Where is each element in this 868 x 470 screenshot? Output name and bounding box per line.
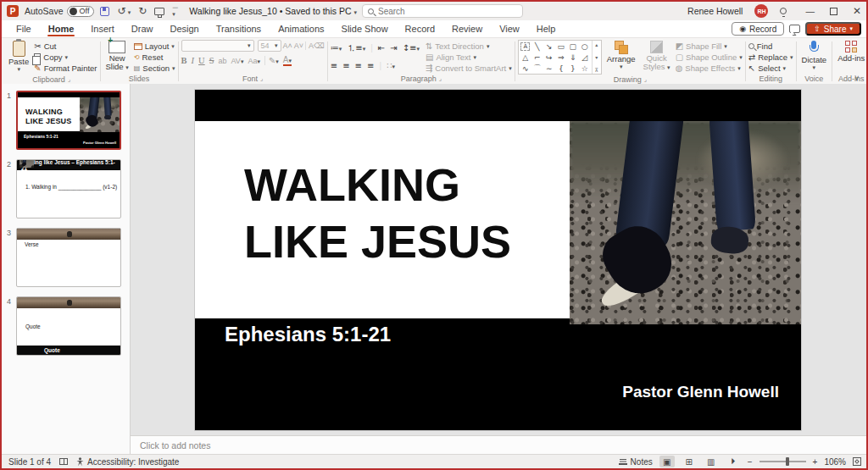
text-direction-button[interactable]: ⇅Text Direction▾ (426, 41, 512, 52)
shape-glyph-9[interactable]: ⇒ (558, 53, 565, 62)
bold-button[interactable]: B (181, 56, 187, 65)
save-icon[interactable] (100, 7, 109, 16)
shape-glyph-10[interactable]: ⇓ (570, 53, 576, 62)
accessibility-checker[interactable]: Accessibility: Investigate (76, 457, 179, 467)
comments-icon[interactable] (789, 25, 800, 33)
tab-view[interactable]: View (492, 21, 527, 36)
tab-home[interactable]: Home (41, 21, 82, 36)
autosave-control[interactable]: AutoSave Off (25, 6, 94, 17)
zoom-slider-thumb[interactable] (786, 457, 789, 466)
shapes-gallery[interactable]: A╲↘▭▢○△⌐↪⇒⇓◿∿⌒∼{}☆ ▴▾⊼ (518, 40, 602, 75)
display-settings-icon[interactable] (59, 458, 68, 465)
zoom-out-button[interactable]: − (748, 457, 753, 467)
tab-slide-show[interactable]: Slide Show (334, 21, 396, 36)
tab-animations[interactable]: Animations (270, 21, 331, 36)
zoom-in-button[interactable]: + (813, 457, 818, 467)
align-text-button[interactable]: ▤Align Text▾ (426, 52, 512, 63)
notes-pane[interactable]: Click to add notes (131, 435, 866, 454)
shape-glyph-3[interactable]: ▭ (558, 42, 565, 51)
new-slide-button[interactable]: NewSlide ▾ (103, 40, 131, 73)
minimize-button[interactable]: — (805, 6, 815, 16)
find-button[interactable]: Find (748, 41, 793, 52)
underline-button[interactable]: U (198, 56, 205, 65)
text-shadow-button[interactable]: ab (219, 57, 227, 65)
character-spacing-button[interactable]: AV▾ (231, 57, 244, 65)
start-slideshow-icon[interactable] (154, 8, 164, 15)
paragraph-dialog-launcher-icon[interactable]: ⌟ (439, 75, 442, 82)
numbering-button[interactable]: ⒈≡▾ (347, 42, 365, 54)
tab-review[interactable]: Review (444, 21, 490, 36)
shape-glyph-0[interactable]: A (520, 42, 530, 51)
zoom-slider[interactable] (760, 461, 806, 462)
cut-button[interactable]: ✂Cut (34, 41, 97, 52)
section-button[interactable]: ▤Section▾ (134, 63, 175, 74)
slide-sorter-view-button[interactable]: ⊞ (682, 456, 697, 467)
shape-glyph-16[interactable]: } (570, 64, 576, 73)
customize-qat-icon[interactable]: —▾ (172, 4, 178, 18)
italic-button[interactable]: I (192, 56, 195, 65)
shrink-font-button[interactable]: A˅ (294, 41, 303, 50)
change-case-button[interactable]: Aa▾ (248, 57, 260, 65)
grow-font-button[interactable]: A˄ (283, 41, 292, 50)
shape-fill-button[interactable]: ◩Shape Fill▾ (676, 41, 743, 52)
convert-to-smartart-button[interactable]: ⇶Convert to SmartArt▾ (426, 63, 512, 74)
slide-thumbnail-4[interactable]: Quote Quote (16, 296, 121, 356)
undo-button[interactable]: ↺ ▾ (117, 5, 131, 17)
shape-outline-button[interactable]: ▢Shape Outline▾ (676, 52, 743, 63)
slide-author-text[interactable]: Pastor Glenn Howell (622, 383, 779, 401)
clear-formatting-button[interactable]: A⌫ (305, 41, 325, 50)
slideshow-view-button[interactable]: ⏵ (726, 456, 741, 467)
dictate-button[interactable]: Dictate▾ (799, 40, 830, 73)
shape-glyph-8[interactable]: ↪ (546, 53, 553, 62)
layout-button[interactable]: Layout▾ (134, 41, 175, 52)
tab-design[interactable]: Design (162, 21, 206, 36)
paste-button[interactable]: Paste▾ (6, 40, 31, 75)
shapes-gallery-scroll[interactable]: ▴▾⊼ (592, 41, 601, 74)
shape-glyph-13[interactable]: ⌒ (533, 63, 541, 74)
align-right-button[interactable]: ≡ (355, 61, 362, 70)
format-painter-button[interactable]: ✎Format Painter (34, 63, 97, 74)
shape-glyph-17[interactable]: ☆ (581, 64, 588, 73)
slide-thumbnail-1[interactable]: WALKINGLIKE JESUS Ephesians 5:1-21 Pasto… (16, 91, 121, 150)
font-color-button[interactable]: A▾ (283, 55, 292, 66)
tell-me-lightbulb-icon[interactable] (780, 8, 787, 14)
current-slide[interactable]: WALKINGLIKE JESUS Ephesians 5:1-21 Pasto… (195, 90, 801, 430)
document-title[interactable]: Walking like Jesus_10 • Saved to this PC… (189, 6, 357, 16)
drawing-dialog-launcher-icon[interactable]: ⌟ (644, 76, 647, 83)
shape-glyph-5[interactable]: ○ (581, 42, 588, 51)
notes-toggle-button[interactable]: Notes (619, 457, 653, 467)
align-center-button[interactable]: ≡ (342, 61, 349, 70)
shape-glyph-6[interactable]: △ (522, 53, 528, 62)
shape-effects-button[interactable]: ◍Shape Effects▾ (676, 63, 743, 74)
search-input[interactable] (378, 7, 505, 16)
slide-thumbnail-2[interactable]: Walking like Jesus – Ephesians 5:1-21 1.… (16, 159, 121, 218)
shape-glyph-1[interactable]: ╲ (535, 42, 539, 51)
shape-glyph-12[interactable]: ∿ (522, 64, 529, 73)
highlight-color-button[interactable]: ✎▾ (264, 56, 279, 65)
font-dialog-launcher-icon[interactable]: ⌟ (260, 75, 263, 82)
shape-glyph-15[interactable]: { (559, 64, 564, 73)
tab-draw[interactable]: Draw (124, 21, 161, 36)
font-size-combobox[interactable]: 54▾ (258, 40, 281, 52)
close-button[interactable]: ✕ (853, 5, 861, 17)
replace-button[interactable]: ⇄Replace▾ (748, 52, 793, 63)
tab-file[interactable]: File (8, 21, 39, 36)
tab-help[interactable]: Help (529, 21, 564, 36)
restore-button[interactable] (830, 8, 837, 15)
shape-glyph-2[interactable]: ↘ (546, 42, 553, 51)
search-box[interactable] (362, 4, 523, 18)
addins-button[interactable]: Add-ins (835, 40, 867, 64)
zoom-level[interactable]: 106% (824, 457, 846, 467)
arrange-button[interactable]: Arrange▾ (604, 40, 638, 72)
font-name-combobox[interactable]: ▾ (181, 40, 254, 52)
slide-subtitle-text[interactable]: Ephesians 5:1-21 (225, 323, 391, 346)
decrease-indent-button[interactable]: ⇤ (378, 43, 385, 53)
reset-button[interactable]: ⟲Reset (134, 52, 175, 63)
fit-to-window-icon[interactable] (853, 457, 861, 466)
select-button[interactable]: ↖Select▾ (748, 63, 793, 74)
slide-title-text[interactable]: WALKINGLIKE JESUS (244, 157, 511, 270)
slide-photo[interactable] (570, 121, 801, 324)
user-avatar[interactable]: RH (754, 4, 768, 18)
tab-insert[interactable]: Insert (83, 21, 122, 36)
autosave-toggle[interactable]: Off (67, 6, 95, 17)
